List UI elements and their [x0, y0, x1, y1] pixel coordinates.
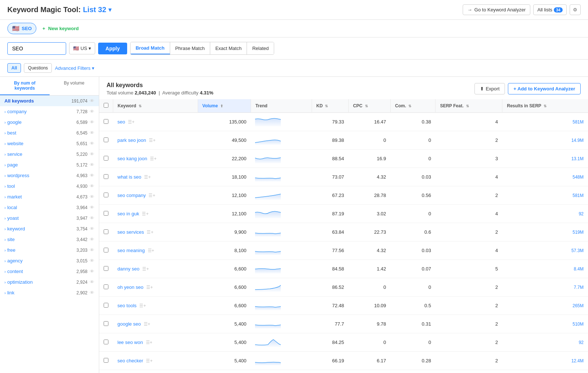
phrase-match-button[interactable]: Phrase Match [170, 42, 210, 54]
header-volume[interactable]: Volume ⬆ [198, 99, 251, 113]
all-filter-button[interactable]: All [7, 63, 21, 73]
header-results-serp[interactable]: Results in SERP ⇅ [502, 99, 588, 113]
sidebar-tab-by-num[interactable]: By num of keywords [0, 77, 50, 95]
keyword-link[interactable]: seo in guk [118, 211, 139, 216]
keyword-filter-icon[interactable]: ☰+ [148, 193, 155, 198]
sidebar-item-page[interactable]: › page 5,172 👁 [0, 159, 99, 170]
eye-icon[interactable]: 👁 [90, 247, 94, 253]
tab-new-keyword[interactable]: + New keyword [38, 24, 83, 33]
eye-icon[interactable]: 👁 [90, 194, 94, 200]
apply-button[interactable]: Apply [98, 43, 127, 54]
keyword-link[interactable]: seo checker [118, 358, 143, 363]
eye-icon[interactable]: 👁 [90, 205, 94, 210]
exact-match-button[interactable]: Exact Match [210, 42, 247, 54]
row-checkbox-cell[interactable] [99, 333, 113, 352]
keyword-filter-icon[interactable]: ☰+ [142, 211, 148, 216]
eye-icon[interactable]: 👁 [90, 141, 94, 146]
row-checkbox[interactable] [104, 193, 108, 197]
keyword-link[interactable]: seo tools [118, 303, 137, 308]
all-lists-button[interactable]: All lists 34 [533, 4, 567, 15]
keyword-link[interactable]: seo company [118, 193, 146, 198]
eye-icon[interactable]: 👁 [90, 183, 94, 189]
keyword-filter-icon[interactable]: ☰+ [150, 156, 157, 161]
sidebar-item-yoast[interactable]: › yoast 3,947 👁 [0, 213, 99, 223]
row-checkbox-cell[interactable] [99, 150, 113, 168]
related-button[interactable]: Related [247, 42, 274, 54]
row-checkbox-cell[interactable] [99, 241, 113, 260]
row-checkbox-cell[interactable] [99, 260, 113, 278]
row-checkbox[interactable] [104, 174, 108, 179]
sidebar-item-website[interactable]: › website 5,651 👁 [0, 138, 99, 149]
eye-icon[interactable]: 👁 [90, 258, 94, 263]
questions-filter-button[interactable]: Questions [24, 63, 52, 73]
sidebar-item-service[interactable]: › service 5,220 👁 [0, 149, 99, 159]
eye-icon[interactable]: 👁 [90, 290, 94, 295]
keyword-link[interactable]: oh yeon seo [118, 284, 144, 290]
keyword-link[interactable]: what is seo [118, 174, 141, 180]
eye-icon[interactable]: 👁 [90, 237, 94, 242]
row-checkbox-cell[interactable] [99, 186, 113, 205]
sidebar-item-optimization[interactable]: › optimization 2,924 👁 [0, 277, 99, 287]
row-checkbox-cell[interactable] [99, 315, 113, 333]
row-checkbox-cell[interactable] [99, 205, 113, 223]
header-kd[interactable]: KD ⇅ [312, 99, 348, 113]
header-cpc[interactable]: CPC ⇅ [348, 99, 390, 113]
header-serp-feat[interactable]: SERP Feat. ⇅ [435, 99, 502, 113]
eye-icon[interactable]: 👁 [90, 226, 94, 232]
eye-icon[interactable]: 👁 [90, 109, 94, 114]
row-checkbox-cell[interactable] [99, 168, 113, 186]
eye-icon[interactable]: 👁 [90, 130, 94, 136]
row-checkbox[interactable] [104, 248, 108, 252]
broad-match-button[interactable]: Broad Match [130, 42, 170, 54]
row-checkbox[interactable] [104, 303, 108, 308]
keyword-filter-icon[interactable]: ☰+ [147, 230, 153, 235]
row-checkbox[interactable] [104, 340, 108, 344]
eye-icon[interactable]: 👁 [90, 151, 94, 157]
eye-icon[interactable]: 👁 [90, 269, 94, 274]
sidebar-item-wordpress[interactable]: › wordpress 4,963 👁 [0, 170, 99, 181]
eye-icon[interactable]: 👁 [90, 215, 94, 221]
sidebar-item-link[interactable]: › link 2,902 👁 [0, 287, 99, 298]
keyword-link[interactable]: google seo [118, 321, 141, 327]
keyword-filter-icon[interactable]: ☰+ [144, 175, 151, 180]
eye-icon[interactable]: 👁 [90, 279, 94, 285]
header-checkbox-col[interactable] [99, 99, 113, 113]
row-checkbox-cell[interactable] [99, 278, 113, 297]
select-all-checkbox[interactable] [104, 103, 108, 108]
sidebar-item-best[interactable]: › best 6,545 👁 [0, 128, 99, 138]
keyword-filter-icon[interactable]: ☰+ [146, 358, 153, 363]
keyword-filter-icon[interactable]: ☰+ [139, 303, 146, 308]
eye-icon[interactable]: 👁 [90, 98, 94, 104]
tab-seo[interactable]: 🇺🇸 SEO [7, 23, 36, 34]
sidebar-item-content[interactable]: › content 2,958 👁 [0, 266, 99, 277]
row-checkbox-cell[interactable] [99, 131, 113, 150]
sidebar-item-tool[interactable]: › tool 4,930 👁 [0, 181, 99, 191]
header-trend[interactable]: Trend [251, 99, 312, 113]
row-checkbox[interactable] [104, 321, 108, 326]
keyword-filter-icon[interactable]: ☰+ [142, 266, 149, 272]
keyword-link[interactable]: seo meaning [118, 248, 145, 253]
row-checkbox[interactable] [104, 229, 108, 234]
keyword-filter-icon[interactable]: ☰+ [146, 285, 153, 290]
row-checkbox[interactable] [104, 266, 108, 271]
search-input[interactable] [7, 42, 66, 55]
sidebar-item-agency[interactable]: › agency 3,015 👁 [0, 255, 99, 266]
keyword-link[interactable]: seo [118, 119, 125, 125]
keyword-link[interactable]: lee seo won [118, 340, 143, 345]
keyword-filter-icon[interactable]: ☰+ [146, 340, 153, 345]
eye-icon[interactable]: 👁 [90, 173, 94, 178]
row-checkbox[interactable] [104, 119, 108, 124]
keyword-link[interactable]: seo services [118, 229, 144, 235]
sidebar-item-all-keywords[interactable]: All keywords 191,074 👁 [0, 96, 99, 106]
sidebar-item-company[interactable]: › company 7,728 👁 [0, 106, 99, 117]
export-button[interactable]: ⬆ Export [474, 83, 505, 94]
advanced-filters-button[interactable]: Advanced Filters ▾ [55, 65, 94, 71]
row-checkbox-cell[interactable] [99, 352, 113, 370]
keyword-link[interactable]: danny seo [118, 266, 140, 272]
sidebar-item-free[interactable]: › free 3,203 👁 [0, 245, 99, 255]
header-keyword[interactable]: Keyword ⇅ [113, 99, 198, 113]
keyword-filter-icon[interactable]: ☰+ [149, 138, 155, 143]
settings-button[interactable]: ⚙ [570, 4, 581, 15]
list-chevron-icon[interactable]: ▾ [108, 6, 111, 13]
sidebar-item-site[interactable]: › site 3,442 👁 [0, 234, 99, 245]
